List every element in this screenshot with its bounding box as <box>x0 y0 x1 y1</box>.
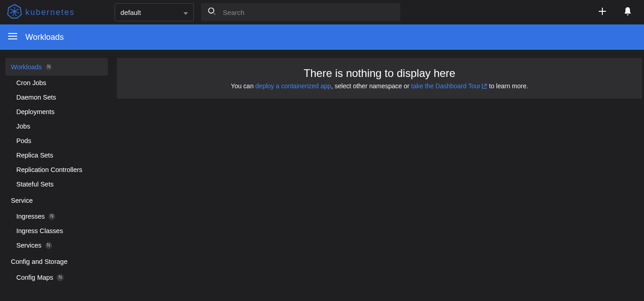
sidebar-item-replica-sets[interactable]: Replica Sets <box>5 148 108 162</box>
empty-text-mid: , select other namespace or <box>331 82 411 90</box>
main-area: WorkloadsNCron JobsDaemon SetsDeployment… <box>0 50 644 301</box>
sidebar-item-label: Cron Jobs <box>16 79 46 86</box>
empty-state-title: There is nothing to display here <box>126 67 633 80</box>
sidebar-item-label: Replica Sets <box>16 152 53 159</box>
namespaced-badge: N <box>48 213 55 220</box>
sidebar-item-label: Daemon Sets <box>16 94 56 101</box>
deploy-app-link[interactable]: deploy a containerized app <box>255 82 331 90</box>
search-icon <box>207 7 216 18</box>
sidebar-section-label: Service <box>11 197 33 204</box>
dashboard-tour-link-label: take the Dashboard Tour <box>411 82 481 90</box>
dashboard-tour-link[interactable]: take the Dashboard Tour <box>411 82 487 90</box>
empty-text-pre: You can <box>231 82 255 90</box>
bell-icon <box>624 7 632 18</box>
empty-state-subtitle: You can deploy a containerized app, sele… <box>126 82 633 91</box>
sidebar-item-label: Ingress Classes <box>16 227 63 234</box>
sidebar-section-label: Workloads <box>11 63 42 71</box>
sidebar-item-label: Config Maps <box>16 274 53 281</box>
sidebar-section-service[interactable]: Service <box>5 191 108 209</box>
sidebar-item-daemon-sets[interactable]: Daemon Sets <box>5 90 108 105</box>
content-area: There is nothing to display here You can… <box>111 50 644 301</box>
action-bar: Workloads <box>0 24 644 50</box>
svg-line-3 <box>14 9 19 11</box>
sidebar-nav: WorkloadsNCron JobsDaemon SetsDeployment… <box>0 50 111 301</box>
sidebar-section-config-and-storage[interactable]: Config and Storage <box>5 253 108 270</box>
sidebar-item-replication-controllers[interactable]: Replication Controllers <box>5 162 108 177</box>
namespace-select[interactable]: default <box>115 3 194 21</box>
sidebar-item-label: Jobs <box>16 123 30 130</box>
sidebar-item-label: Stateful Sets <box>16 181 53 188</box>
sidebar-item-label: Pods <box>16 137 31 144</box>
logo[interactable]: kubernetes <box>7 4 75 20</box>
sidebar-section-label: Config and Storage <box>11 258 67 265</box>
sidebar-item-services[interactable]: ServicesN <box>5 238 108 253</box>
sidebar-item-jobs[interactable]: Jobs <box>5 119 108 134</box>
chevron-down-icon <box>183 9 188 16</box>
sidebar-item-label: Services <box>16 242 42 249</box>
sidebar-item-ingress-classes[interactable]: Ingress Classes <box>5 224 108 238</box>
top-bar: kubernetes default <box>0 0 644 24</box>
sidebar-item-ingresses[interactable]: IngressesN <box>5 209 108 224</box>
svg-line-16 <box>484 84 486 87</box>
sidebar-item-config-maps[interactable]: Config MapsN <box>5 270 108 285</box>
notifications-button[interactable] <box>619 3 637 21</box>
sidebar-item-cron-jobs[interactable]: Cron Jobs <box>5 76 108 90</box>
sidebar-item-pods[interactable]: Pods <box>5 134 108 148</box>
create-button[interactable] <box>593 3 611 21</box>
namespaced-badge: N <box>57 274 63 281</box>
page-title: Workloads <box>25 33 64 42</box>
namespaced-badge: N <box>45 64 52 71</box>
sidebar-item-label: Replication Controllers <box>16 166 82 173</box>
sidebar-item-deployments[interactable]: Deployments <box>5 105 108 119</box>
sidebar-item-stateful-sets[interactable]: Stateful Sets <box>5 177 108 191</box>
hamburger-icon <box>8 33 17 41</box>
external-link-icon <box>481 83 487 91</box>
sidebar-item-label: Deployments <box>16 108 55 115</box>
menu-toggle-button[interactable] <box>7 32 18 43</box>
sidebar-section-workloads[interactable]: WorkloadsN <box>5 58 108 76</box>
empty-state-card: There is nothing to display here You can… <box>117 58 642 99</box>
kubernetes-logo-icon <box>7 4 22 20</box>
empty-text-post: to learn more. <box>487 82 528 90</box>
search-input[interactable] <box>223 9 394 16</box>
svg-line-8 <box>10 9 14 11</box>
search-box[interactable] <box>201 3 400 21</box>
sidebar-item-label: Ingresses <box>16 213 45 220</box>
namespaced-badge: N <box>45 242 52 249</box>
svg-line-10 <box>213 13 216 15</box>
svg-point-9 <box>209 8 214 14</box>
plus-icon <box>598 7 606 17</box>
namespace-selected-value: default <box>120 9 141 16</box>
logo-text: kubernetes <box>25 8 75 17</box>
